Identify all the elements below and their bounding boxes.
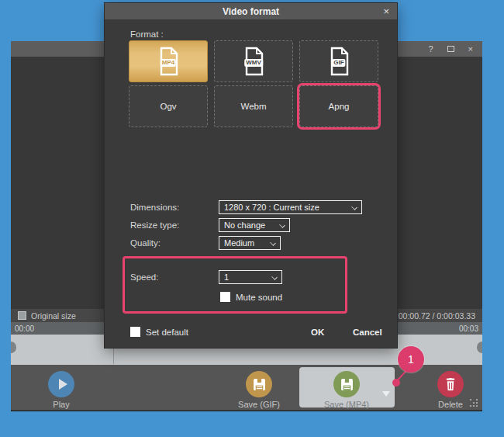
format-apng-button[interactable]: Apng	[299, 85, 378, 127]
delete-trash-icon	[437, 371, 464, 397]
timeline-right-handle[interactable]	[477, 342, 482, 353]
resize-type-select[interactable]: No change	[219, 218, 290, 232]
webm-label: Webm	[240, 102, 266, 111]
mute-sound-checkbox[interactable]	[220, 292, 230, 302]
dialog-close-button[interactable]: ×	[383, 5, 389, 17]
time-display: 00:00.72 / 0:00:03.33	[399, 311, 475, 321]
timeline-left-handle[interactable]	[11, 342, 16, 353]
format-wmv-button[interactable]: WMV	[214, 40, 293, 82]
format-ogv-button[interactable]: Ogv	[129, 85, 208, 127]
gif-file-icon: GIF	[326, 47, 352, 76]
format-mp4-button[interactable]: MP4	[129, 40, 208, 82]
maximize-icon[interactable]	[447, 46, 454, 52]
original-size-checkbox[interactable]	[18, 311, 26, 320]
set-default-label: Set default	[146, 328, 188, 337]
mp4-file-icon: MP4	[155, 47, 181, 76]
ruler-start-time: 00:00	[15, 324, 34, 333]
ogv-label: Ogv	[160, 102, 176, 111]
save-gif-label: Save (GIF)	[229, 400, 289, 409]
chevron-down-icon	[271, 274, 278, 280]
dimensions-label: Dimensions:	[130, 203, 179, 212]
ok-button[interactable]: OK	[311, 328, 324, 337]
delete-button[interactable]: Delete	[424, 371, 477, 409]
wmv-file-icon: WMV	[240, 47, 267, 76]
save-mp4-label: Save (MP4)	[316, 400, 377, 409]
chevron-down-icon	[270, 240, 276, 246]
ruler-end-time: 00:03	[459, 324, 478, 333]
speed-value: 1	[224, 272, 229, 282]
play-button[interactable]: Play	[37, 371, 85, 409]
help-button[interactable]: ?	[428, 45, 433, 54]
format-section-label: Format :	[130, 29, 164, 39]
save-gif-floppy-icon	[246, 371, 272, 397]
apng-label: Apng	[329, 102, 350, 111]
play-icon	[48, 371, 74, 397]
step-badge-dot	[392, 379, 400, 387]
quality-select[interactable]: Medium	[219, 236, 281, 250]
wmv-file-label: WMV	[244, 59, 263, 67]
resize-type-label: Resize type:	[130, 220, 179, 230]
save-mp4-floppy-icon	[333, 371, 360, 397]
cancel-button[interactable]: Cancel	[353, 328, 382, 337]
chevron-down-icon	[279, 222, 285, 228]
resize-type-value: No change	[224, 220, 265, 230]
save-mp4-button[interactable]: Save (MP4)	[299, 367, 395, 408]
step-badge: 1	[398, 346, 424, 373]
format-gif-button[interactable]: GIF	[299, 40, 378, 82]
mute-sound-label: Mute sound	[236, 293, 282, 302]
dialog-title: Video format	[223, 6, 279, 17]
step-number: 1	[408, 353, 414, 366]
original-size-label: Original size	[31, 311, 76, 321]
quality-value: Medium	[224, 238, 254, 248]
dimensions-select[interactable]: 1280 x 720 : Current size	[219, 200, 362, 214]
video-format-dialog: Video format × Format : MP4 WMV	[105, 3, 397, 348]
speed-highlight-box	[123, 256, 347, 314]
dialog-titlebar: Video format ×	[105, 3, 397, 19]
speed-label: Speed:	[130, 272, 158, 282]
set-default-checkbox[interactable]	[130, 327, 140, 337]
save-options-caret-icon[interactable]	[382, 391, 390, 397]
window-resize-grip[interactable]	[470, 399, 471, 401]
delete-label: Delete	[424, 400, 477, 409]
quality-label: Quality:	[130, 238, 161, 248]
play-label: Play	[37, 400, 85, 409]
chevron-down-icon	[351, 204, 357, 210]
gif-file-label: GIF	[332, 59, 345, 67]
mp4-file-label: MP4	[161, 59, 176, 67]
window-close-button[interactable]: ×	[468, 45, 473, 54]
save-gif-button[interactable]: Save (GIF)	[229, 371, 289, 409]
speed-select[interactable]: 1	[219, 270, 282, 284]
dimensions-value: 1280 x 720 : Current size	[224, 203, 319, 212]
format-webm-button[interactable]: Webm	[214, 85, 293, 127]
